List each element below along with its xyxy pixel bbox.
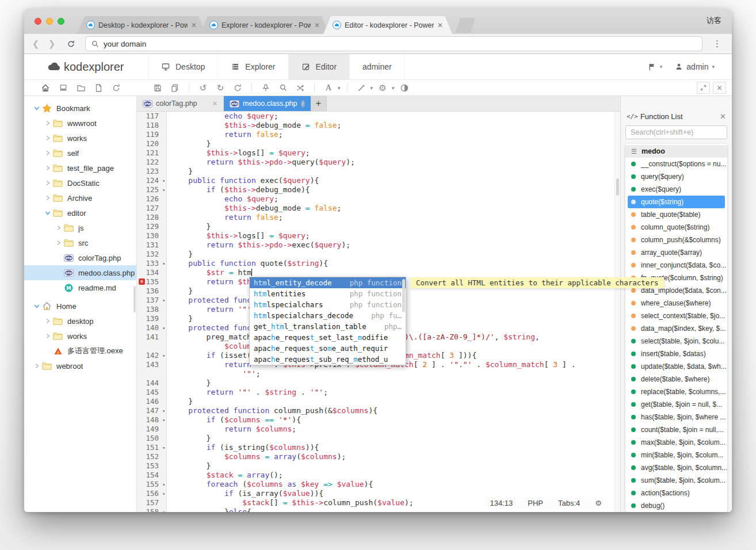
browser-menu-icon[interactable]: ⋮ (709, 39, 725, 49)
chevron-right-icon[interactable] (43, 150, 52, 156)
sidebar-scrollbar[interactable] (133, 286, 136, 312)
code-line[interactable]: 131 return $this->pdo->exec($query); (137, 240, 620, 250)
tab-info-icon[interactable]: i (301, 100, 305, 108)
nav-item-adminer[interactable]: adminer (350, 54, 405, 79)
close-icon[interactable]: ✕ (720, 112, 726, 121)
function-item[interactable]: has($table, $join, $where ... (625, 411, 727, 423)
fold-icon[interactable]: ▾ (162, 324, 165, 333)
editor-scrollbar-thumb[interactable] (616, 178, 619, 196)
nav-item-editor[interactable]: Editor (289, 54, 350, 79)
code-line[interactable]: 122 return $this->pdo->query($query); (137, 158, 620, 167)
folder-line-icon[interactable] (74, 82, 89, 94)
code-line[interactable]: 117 echo $query; (137, 112, 620, 121)
fold-icon[interactable]: ▾ (162, 186, 165, 195)
language-mode[interactable]: PHP (528, 499, 543, 507)
nav-item-desktop[interactable]: Desktop (148, 54, 218, 79)
function-item[interactable]: select_context($table, $jo... (625, 310, 727, 322)
code-line[interactable]: 120 } (137, 139, 620, 148)
chevron-right-icon[interactable] (43, 333, 52, 339)
code-line[interactable]: 152 $columns = array($columns); (137, 452, 620, 461)
function-item[interactable]: data_map($index, $key, $... (625, 322, 727, 335)
code-line[interactable]: 129 } (137, 222, 620, 231)
file-line-icon[interactable] (91, 82, 106, 94)
editor-scrollbar[interactable] (614, 112, 620, 512)
tree-item-desktop[interactable]: desktop (24, 314, 136, 329)
undo-icon[interactable]: ↺ (196, 82, 211, 94)
function-item[interactable]: insert($table, $datas) (625, 347, 727, 360)
function-item[interactable]: query($query) (625, 170, 727, 183)
tree-item-src[interactable]: src (24, 235, 136, 250)
tree-item-colortag-php[interactable]: phpcolorTag.php (24, 250, 136, 265)
function-item[interactable]: select($table, $join, $colu... (625, 335, 727, 347)
code-line[interactable]: 134 $str = htm (137, 268, 620, 277)
autocomplete-item[interactable]: get_html_translation_tablephp… (250, 321, 406, 332)
url-box[interactable]: your domain (85, 36, 702, 51)
tab-close-icon[interactable]: ✕ (212, 100, 217, 108)
code-line[interactable]: 148▾ if ($columns == '*'){ (137, 415, 620, 425)
tree-item-works[interactable]: works (24, 131, 136, 146)
fold-icon[interactable]: ▾ (162, 444, 165, 453)
tab-size[interactable]: Tabs:4 (558, 499, 580, 507)
fold-icon[interactable]: ▾ (162, 480, 165, 490)
expand-button[interactable] (697, 82, 710, 94)
code-line[interactable]: 145 return '"' . $string . '"'; (137, 388, 620, 397)
nav-item-explorer[interactable]: Explorer (218, 54, 288, 79)
function-item[interactable]: inner_conjunct($data, $co... (625, 259, 727, 272)
paste-icon[interactable] (167, 82, 182, 94)
code-line[interactable]: 118 $this->debug_mode = false; (137, 121, 620, 130)
pin-icon[interactable] (258, 82, 273, 94)
sync-icon[interactable] (109, 82, 124, 94)
chevron-right-icon[interactable] (32, 362, 41, 369)
fold-icon[interactable]: ▾ (162, 177, 165, 186)
redo-icon[interactable]: ↻ (213, 82, 228, 94)
shuffle-icon[interactable] (293, 82, 308, 94)
code-line[interactable]: 124▾ public function exec($query){ (137, 176, 620, 185)
function-group-medoo[interactable]: ☰medoo (625, 145, 727, 158)
code-line[interactable]: 153 } (137, 461, 620, 471)
function-item[interactable]: __construct($options = nu... (625, 158, 727, 170)
function-item[interactable]: action($actions) (625, 487, 727, 499)
code-line[interactable]: 127 $this->debug_mode = false; (137, 204, 620, 213)
browser-tab[interactable]: Desktop - kodexplorer - Powe ✕ (77, 16, 206, 34)
autocomplete-item[interactable]: apache_request_some_auth_requir (250, 343, 406, 354)
fold-icon[interactable]: ▾ (162, 508, 165, 512)
chevron-down-icon[interactable] (32, 105, 41, 111)
code-line[interactable]: 121 $this->logs[] = $query; (137, 148, 620, 158)
fold-icon[interactable]: ▾ (162, 259, 165, 269)
function-item[interactable]: debug() (625, 499, 727, 512)
back-icon[interactable]: ❮ (31, 39, 40, 49)
function-item[interactable]: avg($table, $join, $column... (625, 461, 727, 474)
tree-item-self[interactable]: self (24, 146, 136, 161)
tab-close-icon[interactable]: ✕ (191, 21, 197, 29)
save-icon[interactable] (150, 82, 165, 94)
fold-icon[interactable]: ▾ (162, 296, 165, 305)
autocomplete-item[interactable]: htmlspecialcharsphp function (250, 299, 406, 310)
tab-close-icon[interactable]: ✕ (437, 21, 443, 29)
tree-item-archive[interactable]: Archive (24, 190, 136, 205)
function-item[interactable]: column_push(&$columns) (625, 234, 727, 246)
tree-item-readme-md[interactable]: Mreadme.md (24, 280, 136, 295)
code-line[interactable]: 151▾ if (is_string($columns)){ (137, 443, 620, 452)
tree-item-home[interactable]: Home (24, 299, 136, 314)
code-line[interactable]: 119 return false; (137, 130, 620, 139)
autocomplete-item[interactable]: apache_request_sub_req_method_u (250, 354, 406, 365)
function-item[interactable]: get($table, $join = null, $... (625, 398, 727, 411)
browser-tab[interactable]: Explorer - kodexplorer - Powe ✕ (200, 16, 329, 34)
app-logo[interactable]: kodexplorer (24, 54, 138, 79)
language-menu[interactable]: ▾ (648, 63, 663, 71)
tree-item--oexe[interactable]: 多语言管理.oexe (24, 343, 136, 358)
function-item[interactable]: count($table, $join = null,... (625, 423, 727, 436)
sync-icon[interactable] (230, 82, 245, 94)
settings-gear-icon[interactable]: ⚙ (595, 499, 602, 507)
tree-item-medoo-class-php[interactable]: phpmedoo.class.php (24, 265, 136, 280)
close-button[interactable]: ✕ (713, 82, 726, 94)
fold-icon[interactable]: ▾ (162, 352, 165, 361)
chevron-down-icon[interactable] (43, 210, 52, 216)
autocomplete-item[interactable]: apache_request_set_last_modifie (250, 332, 406, 343)
code-line[interactable]: 128 return false; (137, 213, 620, 222)
code-line[interactable]: 126 echo $query; (137, 194, 620, 204)
zoom-window-button[interactable] (58, 18, 64, 25)
code-line[interactable]: 123 } (137, 167, 620, 176)
new-editor-tab-button[interactable]: + (311, 96, 327, 111)
chevron-right-icon[interactable] (43, 194, 52, 201)
